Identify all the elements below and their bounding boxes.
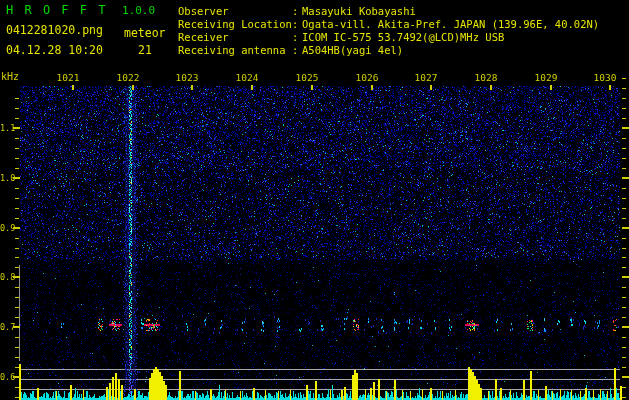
level-tick-label: 0.6 bbox=[0, 372, 13, 382]
frequency-unit-label: kHz bbox=[1, 72, 19, 82]
station-info-row: Receiving antenna:A504HB(yagi 4el) bbox=[178, 43, 599, 56]
station-info-row: Receiving Location:Ogata-vill. Akita-Pre… bbox=[178, 17, 599, 30]
hrofft-window: H R O F F T 1.0.0 0412281020.png meteor … bbox=[0, 0, 629, 400]
app-title: H R O F F T bbox=[6, 4, 107, 16]
echo-count: 21 bbox=[138, 45, 152, 57]
info-separator: : bbox=[292, 18, 302, 30]
info-label: Receiving Location bbox=[178, 18, 292, 30]
info-separator: : bbox=[292, 44, 302, 56]
app-version: 1.0.0 bbox=[122, 5, 155, 16]
mode-label: meteor bbox=[124, 28, 166, 40]
level-tick-label: 0.9 bbox=[0, 223, 13, 233]
station-info: Observer:Masayuki KobayashiReceiving Loc… bbox=[178, 4, 599, 56]
frequency-tick-label: 1021 bbox=[57, 72, 80, 83]
info-label: Receiver bbox=[178, 31, 292, 43]
observation-datetime: 04.12.28 10:20 bbox=[6, 45, 103, 57]
info-value: Masayuki Kobayashi bbox=[302, 5, 416, 17]
info-label: Receiving antenna bbox=[178, 44, 292, 56]
frequency-tick-label: 1030 bbox=[594, 72, 617, 83]
frequency-tick-label: 1022 bbox=[117, 72, 140, 83]
info-separator: : bbox=[292, 31, 302, 43]
info-value: ICOM IC-575 53.7492(@LCD)MHz USB bbox=[302, 31, 504, 43]
frequency-tick-label: 1023 bbox=[176, 72, 199, 83]
frequency-tick-label: 1025 bbox=[296, 72, 319, 83]
frequency-tick-label: 1024 bbox=[236, 72, 259, 83]
frequency-tick-label: 1028 bbox=[475, 72, 498, 83]
station-info-row: Receiver:ICOM IC-575 53.7492(@LCD)MHz US… bbox=[178, 30, 599, 43]
output-filename: 0412281020.png bbox=[6, 25, 103, 37]
frequency-tick-label: 1026 bbox=[356, 72, 379, 83]
level-tick-label: 0.7 bbox=[0, 322, 13, 332]
spectrogram-canvas bbox=[0, 0, 629, 400]
frequency-tick-label: 1027 bbox=[415, 72, 438, 83]
info-label: Observer bbox=[178, 5, 292, 17]
station-info-row: Observer:Masayuki Kobayashi bbox=[178, 4, 599, 17]
level-tick-label: 1.0 bbox=[0, 173, 13, 183]
info-separator: : bbox=[292, 5, 302, 17]
level-tick-label: 1.1 bbox=[0, 123, 13, 133]
info-value: Ogata-vill. Akita-Pref. JAPAN (139.96E, … bbox=[302, 18, 599, 30]
level-tick-label: 0.8 bbox=[0, 272, 13, 282]
info-value: A504HB(yagi 4el) bbox=[302, 44, 403, 56]
frequency-tick-label: 1029 bbox=[535, 72, 558, 83]
